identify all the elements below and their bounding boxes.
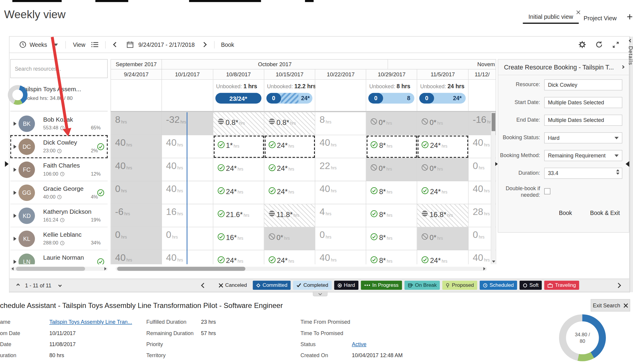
scroll-right-icon[interactable] [104,267,106,270]
duration-stepper[interactable]: 33.4 [544,168,622,179]
schedule-cell[interactable]: 8hrs [111,112,162,135]
end-date-field[interactable]: Multiple Dates Selected [544,115,622,126]
booking-status-select[interactable]: Hard [544,132,622,143]
week-header[interactable]: 9/24/2017 [111,69,162,80]
page-up-chevron-icon[interactable] [16,284,20,287]
schedule-cell[interactable]: 0*hrs [264,227,315,250]
schedule-cell[interactable]: 24*hrs [417,250,468,264]
week-header[interactable]: 10/22/2017 [315,69,366,80]
search-input[interactable] [15,66,103,72]
resource-row[interactable]: KDKatheryn Dickson161:24 19% [10,204,108,227]
expand-arrow-icon[interactable] [13,168,16,172]
booking-progress-pill[interactable]: 024* [266,93,313,104]
schedule-cell[interactable]: -32hrs [162,112,213,135]
schedule-cell[interactable]: 0.8*hrs [264,112,315,135]
schedule-cell[interactable]: 40hrs [111,250,162,264]
view-label[interactable]: View [73,41,85,48]
schedule-cell[interactable]: 0*hrs [417,158,468,181]
legend-soft[interactable]: Soft [519,281,542,290]
schedule-cell[interactable]: 24*hrs [417,181,468,204]
date-range[interactable]: 9/24/2017 - 2/17/2018 [138,41,195,48]
schedule-cell[interactable]: 8*hrs [366,250,417,264]
scrollbar-thumb[interactable] [492,113,495,131]
splitter-handle[interactable] [5,161,9,167]
legend-completed[interactable]: Completed [293,281,332,290]
resource-row[interactable]: BKBob Kozak553:48 65% [10,112,108,135]
booking-progress-pill[interactable]: 23/24* [215,93,261,104]
schedule-cell[interactable]: 8*hrs [366,135,417,158]
resource-field[interactable]: Dick Cowley [544,79,622,90]
schedule-cell[interactable]: 0hrs [315,227,366,250]
schedule-cell[interactable]: 24*hrs [264,135,315,158]
week-header[interactable]: 11/12/ [469,69,496,80]
add-tab-button[interactable]: + [625,11,633,23]
expand-arrow-icon[interactable] [13,260,16,264]
resource-row[interactable]: DCDick Cowley23:00 2% [10,135,108,158]
book-button[interactable]: Book [221,41,234,48]
schedule-cell[interactable]: 0.8*hrs [213,112,264,135]
week-header[interactable]: 10/1/2017 [162,69,213,80]
legend-proposed[interactable]: Proposed [442,281,477,290]
schedule-cell[interactable]: 40hrs [315,250,366,264]
team-row[interactable]: Tailspin Toys Assem... Booked hrs: 34.80… [10,80,108,111]
schedule-cell[interactable]: 24*hrs [264,250,315,264]
schedule-cell[interactable]: 11.8*hrs [264,204,315,227]
legend-scheduled[interactable]: Scheduled [480,281,517,290]
expand-icon[interactable] [612,41,620,48]
resource-row[interactable]: LNLaurie Norman [10,250,108,264]
week-header[interactable]: 10/8/2017 [213,69,264,80]
exit-search-button[interactable]: Exit Search [591,299,630,312]
prev-range-chevron-icon[interactable] [113,42,118,47]
schedule-cell[interactable]: 40hrs [315,135,366,158]
schedule-cell[interactable]: 24*hrs [213,250,264,264]
schedule-cell[interactable]: 40hrs [315,181,366,204]
weeks-mode-label[interactable]: Weeks [30,41,47,48]
schedule-cell[interactable]: 8hrs [315,112,366,135]
schedule-cell[interactable]: 24*hrs [417,135,468,158]
schedule-cell[interactable]: 8*hrs [366,227,417,250]
scrollbar-thumb[interactable] [16,267,85,271]
grid-horizontal-scrollbar[interactable] [115,267,487,271]
scroll-down-icon[interactable] [491,261,496,263]
page-down-chevron-icon[interactable] [58,284,62,287]
schedule-cell[interactable]: 24*hrs [264,158,315,181]
week-header[interactable]: 10/29/2017 [366,69,417,80]
expand-arrow-icon[interactable] [13,237,16,241]
expand-arrow-icon[interactable] [13,145,16,149]
schedule-cell[interactable]: 0hrs [111,181,162,204]
resource-row[interactable]: KLKellie Leblanc288:00 34% [10,227,108,250]
schedule-cell[interactable]: 40hrs [162,181,213,204]
gear-icon[interactable] [578,41,586,48]
expand-arrow-icon[interactable] [13,191,16,195]
next-range-chevron-icon[interactable] [201,42,207,47]
schedule-cell[interactable]: 24*hrs [213,181,264,204]
schedule-cell[interactable]: 40hrs [111,135,162,158]
week-header[interactable]: 11/5/2017 [417,69,469,80]
tab-project-view[interactable]: Project View [583,10,617,24]
legend-on-break[interactable]: On Break [404,281,440,290]
schedule-cell[interactable]: 16*hrs [213,227,264,250]
grid-vertical-scrollbar[interactable] [491,112,495,264]
book-button[interactable]: Book [559,209,572,216]
schedule-cell[interactable]: 40hrs [162,135,213,158]
expand-arrow-icon[interactable] [13,122,16,126]
schedule-cell[interactable]: 40hrs [162,250,213,264]
refresh-icon[interactable] [595,41,603,48]
legend-canceled[interactable]: Canceled [215,281,250,290]
schedule-cell[interactable]: 0hrs [111,227,162,250]
week-header[interactable]: 10/15/2017 [264,69,315,80]
field-value-link[interactable]: Active [352,341,366,347]
schedule-cell[interactable]: 16hrs [162,204,213,227]
field-value-link[interactable]: Tailspin Toys Assembly Line Tran... [49,319,132,325]
schedule-cell[interactable]: 22hrs [315,158,366,181]
resource-row[interactable]: FCFaith Charles106:00 12% [10,158,108,181]
scroll-left-icon[interactable] [12,267,14,270]
schedule-cell[interactable]: 0hrs [162,227,213,250]
schedule-cell[interactable]: 24*hrs [213,158,264,181]
resource-row[interactable]: GGGracie George40:00 4% [10,181,108,204]
weeks-dropdown-caret[interactable] [54,43,58,46]
left-panel-scrollbar[interactable] [10,267,108,271]
scrollbar-thumb[interactable] [117,267,245,271]
tab-initial-public-view[interactable]: Initial public view [523,10,579,24]
legend-in-progress[interactable]: In Progress [361,281,402,290]
